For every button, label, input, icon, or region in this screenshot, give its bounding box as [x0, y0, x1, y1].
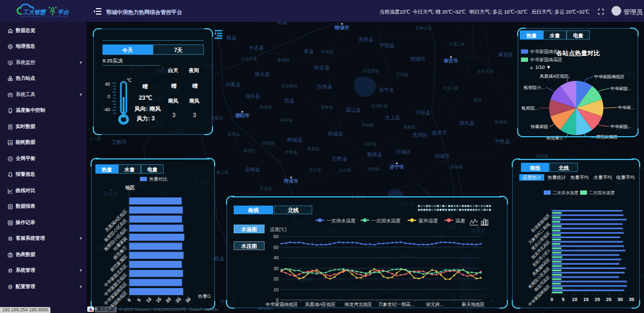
svg-text:束馆镇: 束馆镇 — [278, 58, 290, 62]
svg-text:放城镇: 放城镇 — [495, 119, 507, 124]
svg-text:辛庄镇: 辛庄镇 — [280, 118, 293, 123]
svg-text:中华家园...: 中华家园... — [610, 124, 632, 129]
svg-text:魏县: 魏县 — [227, 35, 237, 41]
svg-text:平台: 平台 — [57, 9, 69, 15]
svg-text:50: 50 — [274, 245, 279, 250]
svg-text:济宁市: 济宁市 — [389, 164, 404, 170]
svg-text:30: 30 — [184, 296, 192, 304]
svg-text:30: 30 — [274, 266, 279, 271]
svg-text:肥城市: 肥城市 — [410, 56, 426, 62]
svg-text:0: 0 — [107, 94, 110, 99]
svg-text:任城区: 任城区 — [396, 149, 411, 155]
svg-text:王庄集村: 王庄集村 — [281, 84, 298, 88]
svg-text:大名县: 大名县 — [249, 44, 265, 50]
svg-text:中华家...: 中华家... — [618, 105, 635, 110]
svg-text:20: 20 — [595, 297, 600, 302]
svg-text:邹城市: 邹城市 — [435, 153, 450, 159]
svg-text:30: 30 — [617, 297, 623, 302]
svg-text:40: 40 — [105, 81, 111, 87]
svg-text:赵营镇: 赵营镇 — [228, 132, 240, 137]
svg-text:御龙湾北低区: 御龙湾北低区 — [345, 302, 372, 307]
svg-text:大义镇: 大义镇 — [339, 168, 351, 173]
svg-text:0: 0 — [550, 297, 553, 302]
svg-text:40: 40 — [274, 255, 279, 260]
svg-text:0: 0 — [126, 297, 132, 303]
svg-text:郓城县: 郓城县 — [328, 131, 344, 137]
svg-text:热量G: 热量G — [198, 293, 211, 299]
svg-text:巨野县: 巨野县 — [332, 156, 348, 162]
svg-text:梁山县: 梁山县 — [346, 107, 362, 113]
svg-text:上八里: 上八里 — [89, 136, 101, 141]
svg-text:25: 25 — [175, 296, 182, 304]
svg-text:王庄镇: 王庄镇 — [396, 72, 409, 77]
svg-text:马村镇: 马村镇 — [364, 142, 377, 146]
svg-text:平阴县: 平阴县 — [379, 42, 395, 48]
svg-text:石佛镇: 石佛镇 — [321, 49, 333, 54]
svg-text:平邑县: 平邑县 — [495, 138, 511, 144]
svg-text:禹村: 禹村 — [474, 98, 482, 103]
svg-text:泗水县: 泗水县 — [459, 120, 475, 126]
svg-text:莘县: 莘县 — [304, 48, 314, 54]
svg-text:一次回水温度: 一次回水温度 — [371, 218, 401, 223]
svg-text:中华家园南低区: 中华家园南低区 — [594, 74, 624, 79]
svg-text:凤凰城A区低区: 凤凰城A区低区 — [540, 74, 569, 79]
svg-text:卫辉市: 卫辉市 — [112, 139, 127, 145]
svg-text:-40: -40 — [104, 107, 111, 112]
svg-text:室外温度: 室外温度 — [418, 218, 438, 223]
svg-text:新驿镇: 新驿镇 — [403, 125, 416, 130]
svg-text:东平县: 东平县 — [379, 87, 395, 93]
svg-text:5: 5 — [136, 297, 142, 303]
svg-text:新天地低区: 新天地低区 — [462, 302, 485, 307]
svg-text:检察院...: 检察院... — [521, 106, 538, 111]
svg-text:20: 20 — [274, 276, 279, 282]
svg-text:聊城市: 聊城市 — [334, 25, 350, 30]
svg-text:怡馨家园: 怡馨家园 — [530, 124, 548, 129]
svg-text:纸坊镇: 纸坊镇 — [368, 167, 380, 171]
svg-text:范县: 范县 — [284, 98, 295, 104]
svg-text:℃: ℃ — [126, 78, 132, 83]
svg-text:中华家园...: 中华家园... — [610, 86, 632, 91]
svg-text:南乐县: 南乐县 — [255, 71, 271, 77]
svg-text:大马村乡: 大马村乡 — [241, 56, 257, 61]
svg-text:一次供水温度: 一次供水温度 — [326, 218, 356, 223]
svg-text:冠县: 冠县 — [278, 22, 288, 25]
svg-text:万象世纪一期高...: 万象世纪一期高... — [378, 302, 415, 307]
svg-text:10: 10 — [572, 297, 577, 302]
svg-text:内黄县: 内黄县 — [226, 81, 241, 87]
svg-text:兖州区: 兖州区 — [413, 132, 428, 138]
svg-text:宁阳县: 宁阳县 — [415, 110, 431, 116]
svg-text:徐镇镇: 徐镇镇 — [262, 140, 275, 145]
svg-text:汶上县: 汶上县 — [385, 114, 401, 120]
svg-text:师范家属院: 师范家属院 — [596, 135, 617, 139]
svg-text:菏泽市: 菏泽市 — [284, 178, 299, 184]
svg-text:嘉祥县: 嘉祥县 — [367, 151, 383, 157]
svg-text:25: 25 — [606, 297, 611, 302]
svg-text:20: 20 — [165, 296, 172, 304]
svg-text:什集镇: 什集镇 — [285, 150, 298, 155]
svg-text:10: 10 — [274, 287, 279, 292]
svg-text:洪范池镇: 洪范池镇 — [363, 68, 379, 73]
svg-text:15: 15 — [155, 296, 163, 304]
svg-text:凤凰城A区低区: 凤凰城A区低区 — [305, 302, 336, 307]
svg-text:莱芜区: 莱芜区 — [498, 52, 514, 58]
svg-text:濮阳市: 濮阳市 — [235, 113, 250, 118]
svg-text:大汶口镇: 大汶口镇 — [442, 86, 459, 91]
svg-text:滩上镇: 滩上镇 — [216, 170, 229, 175]
svg-text:阳谷县: 阳谷县 — [314, 65, 330, 71]
svg-text:大屯镇: 大屯镇 — [260, 186, 272, 191]
svg-text:检察院小...: 检察院小... — [523, 85, 545, 90]
svg-text:东阿县: 东阿县 — [358, 36, 374, 42]
svg-text:大津口乡: 大津口乡 — [448, 42, 465, 47]
svg-text:台前县: 台前县 — [317, 84, 333, 90]
svg-text:地区: 地区 — [125, 185, 135, 190]
svg-text:东明县: 东明县 — [245, 167, 261, 173]
svg-text:鄄城县: 鄄城县 — [287, 137, 303, 143]
svg-text:15: 15 — [583, 297, 589, 302]
svg-text:60: 60 — [274, 234, 279, 239]
svg-text:南湖镇: 南湖镇 — [259, 105, 272, 110]
svg-text:10: 10 — [145, 296, 152, 304]
svg-text:韩垓镇: 韩垓镇 — [362, 123, 374, 127]
svg-text:城前镇: 城前镇 — [536, 154, 549, 158]
svg-text:五峰山镇: 五峰山镇 — [415, 25, 432, 30]
svg-text:曲阜市: 曲阜市 — [432, 130, 448, 136]
